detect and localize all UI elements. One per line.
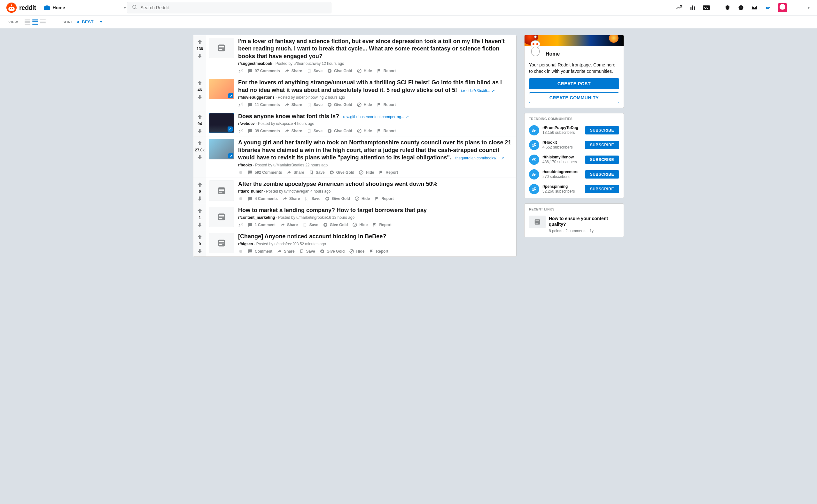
share-button[interactable]: Share [285, 128, 302, 134]
post-thumbnail[interactable]: ↗ [209, 113, 234, 133]
expand-button[interactable] [238, 222, 243, 227]
report-button[interactable]: Report [372, 222, 392, 227]
trending-icon[interactable] [676, 4, 683, 11]
community-icon[interactable] [529, 140, 539, 150]
stats-icon[interactable] [690, 4, 696, 11]
community-icon[interactable] [529, 125, 539, 135]
share-button[interactable]: Share [285, 68, 302, 73]
author-link[interactable]: u/ManiaforBeatles [273, 163, 304, 167]
nav-dropdown[interactable]: Home ▼ [44, 5, 127, 10]
save-button[interactable]: Save [307, 68, 323, 73]
comments-button[interactable]: 39 Comments [248, 128, 280, 134]
share-button[interactable]: Share [285, 102, 302, 107]
community-icon[interactable] [529, 184, 539, 194]
save-button[interactable]: Save [299, 249, 315, 254]
shield-icon[interactable] [724, 4, 731, 11]
mail-icon[interactable] [751, 4, 758, 11]
gold-button[interactable]: Give Gold [329, 170, 355, 175]
expand-button[interactable] [238, 249, 243, 254]
hide-button[interactable]: Hide [355, 196, 370, 201]
upvote-button[interactable] [196, 233, 203, 241]
downvote-button[interactable] [196, 248, 203, 255]
user-avatar[interactable] [778, 3, 787, 12]
hide-button[interactable]: Hide [357, 102, 372, 107]
subscribe-button[interactable]: SUBSCRIBE [585, 141, 619, 149]
report-button[interactable]: Report [377, 102, 396, 107]
save-button[interactable]: Save [304, 196, 320, 201]
community-name[interactable]: r/penspinning [542, 184, 582, 189]
post-title[interactable]: [Change] Anyone noticed account blocking… [238, 233, 386, 240]
save-button[interactable]: Save [309, 170, 325, 175]
hide-button[interactable]: Hide [357, 128, 372, 134]
expand-button[interactable] [238, 196, 243, 201]
subscribe-button[interactable]: SUBSCRIBE [585, 126, 619, 134]
hide-button[interactable]: Hide [359, 170, 374, 175]
author-link[interactable]: u/Kapsize [276, 121, 293, 126]
subreddit-link[interactable]: r/dark_humor [238, 189, 263, 194]
community-name[interactable]: r/Hookit [542, 140, 582, 145]
view-card[interactable] [25, 19, 30, 25]
save-button[interactable]: Save [307, 102, 323, 107]
downvote-button[interactable] [196, 127, 203, 134]
post-title[interactable]: After the zombie apocalypse American sch… [238, 181, 437, 187]
comments-button[interactable]: 11 Comments [248, 102, 280, 107]
post-thumbnail[interactable] [209, 38, 234, 58]
post-thumbnail[interactable] [209, 180, 234, 201]
comments-button[interactable]: 592 Comments [248, 170, 282, 175]
community-name[interactable]: r/couldntagreemore [542, 170, 582, 175]
hide-button[interactable]: Hide [357, 68, 372, 73]
gold-button[interactable]: Give Gold [325, 196, 350, 201]
subreddit-link[interactable]: r/bigseo [238, 242, 253, 246]
downvote-button[interactable] [196, 195, 203, 202]
report-button[interactable]: Report [378, 170, 398, 175]
post-thumbnail[interactable] [209, 233, 234, 253]
share-button[interactable]: Share [286, 170, 304, 175]
author-link[interactable]: u/thornouchway [294, 61, 321, 66]
expand-button[interactable] [238, 68, 243, 73]
hide-button[interactable]: Hide [352, 222, 368, 227]
user-menu-caret[interactable]: ▼ [807, 5, 811, 10]
subreddit-link[interactable]: r/suggestmeabook [238, 61, 272, 66]
community-icon[interactable] [529, 155, 539, 165]
create-post-button[interactable]: CREATE POST [529, 78, 619, 89]
community-name[interactable]: r/thisismylifenow [542, 155, 582, 160]
expand-button[interactable] [238, 102, 243, 107]
gold-button[interactable]: Give Gold [327, 102, 352, 107]
subreddit-link[interactable]: r/MovieSuggestions [238, 95, 275, 100]
report-button[interactable]: Report [369, 249, 388, 254]
create-post-icon[interactable]: ✎ [763, 3, 772, 12]
save-button[interactable]: Save [302, 222, 318, 227]
upvote-button[interactable] [196, 38, 203, 45]
report-button[interactable]: Report [377, 68, 396, 73]
external-link[interactable]: theguardian.com/books/...↗ [455, 156, 504, 160]
comments-button[interactable]: 4 Comments [248, 196, 278, 201]
post-thumbnail[interactable] [209, 207, 234, 227]
create-community-button[interactable]: CREATE COMMUNITY [529, 92, 619, 103]
comments-button[interactable]: 97 Comments [248, 68, 280, 73]
subreddit-link[interactable]: r/content_marketing [238, 215, 275, 220]
author-link[interactable]: u/benpinbowling [296, 95, 324, 100]
search-input[interactable] [141, 5, 327, 10]
upvote-button[interactable] [196, 207, 203, 214]
community-name[interactable]: r/FromPuppyToDog [542, 126, 582, 131]
expand-button[interactable] [238, 128, 243, 134]
report-button[interactable]: Report [377, 128, 396, 134]
share-button[interactable]: Share [280, 222, 298, 227]
community-icon[interactable] [529, 169, 539, 179]
report-button[interactable]: Report [374, 196, 394, 201]
upvote-button[interactable] [196, 113, 203, 120]
gold-button[interactable]: Give Gold [327, 128, 352, 134]
external-link[interactable]: raw.githubusercontent.com/perrag...↗ [343, 115, 408, 119]
comments-button[interactable]: Comment [248, 249, 272, 254]
downvote-button[interactable] [196, 154, 203, 161]
downvote-button[interactable] [196, 221, 203, 228]
subreddit-link[interactable]: r/webdev [238, 121, 255, 126]
downvote-button[interactable] [196, 94, 203, 101]
post-title[interactable]: I'm a lover of fantasy and science ficti… [238, 38, 505, 59]
chat-icon[interactable] [738, 4, 744, 11]
share-button[interactable]: Share [277, 249, 294, 254]
post-title[interactable]: How to market a lending company? How to … [238, 207, 427, 213]
view-classic[interactable] [32, 19, 38, 25]
search-bar[interactable] [127, 2, 332, 13]
expand-button[interactable] [238, 170, 243, 175]
